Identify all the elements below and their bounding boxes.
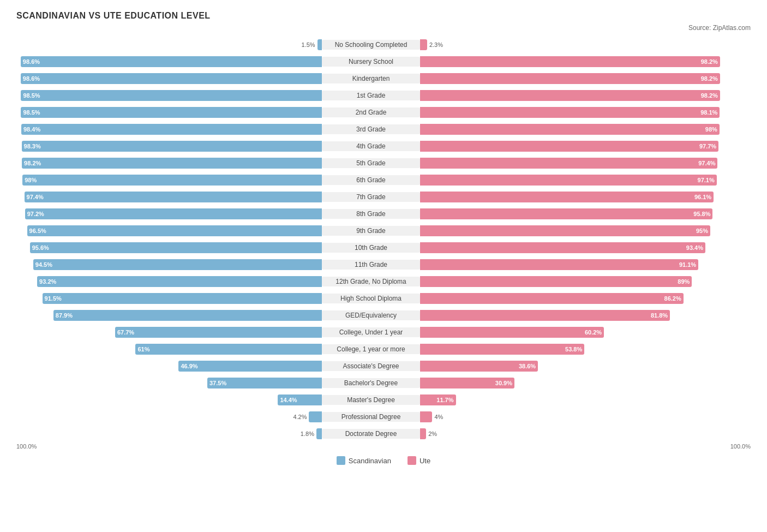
scandinavian-bar [316, 428, 322, 439]
row-label: Bachelor's Degree [322, 378, 420, 388]
left-bar-container: 98% [16, 172, 322, 188]
chart-row: 96.5%9th Grade95% [16, 223, 751, 238]
left-bar-container: 87.9% [16, 308, 322, 323]
right-bar-container: 97.1% [420, 172, 726, 188]
left-bar-container: 98.6% [16, 54, 322, 69]
scandinavian-bar: 96.5% [27, 225, 322, 236]
right-bar-container: 91.1% [420, 257, 726, 272]
right-bar-container: 95.8% [420, 206, 726, 222]
row-label: 9th Grade [322, 226, 420, 236]
chart-row: 87.9%GED/Equivalency81.8% [16, 308, 751, 323]
right-value-inside: 53.8% [565, 346, 582, 352]
left-bar-container: 1.5% [16, 37, 322, 52]
row-label: 11th Grade [322, 260, 420, 270]
scandinavian-label: Scandinavian [349, 457, 391, 465]
chart-row: 98.6%Kindergarten98.2% [16, 71, 751, 86]
source-label: Source: ZipAtlas.com [16, 24, 751, 32]
right-bar-container: 96.1% [420, 189, 726, 205]
left-value-inside: 98.4% [23, 126, 40, 133]
right-value-inside: 97.1% [698, 177, 715, 183]
scandinavian-swatch [337, 456, 345, 465]
scandinavian-bar: 67.7% [115, 327, 322, 338]
ute-label: Ute [420, 457, 430, 465]
left-value-inside: 97.2% [27, 211, 44, 217]
right-bar-container: 11.7% [420, 392, 726, 408]
ute-bar: 98.1% [420, 107, 720, 118]
left-value-inside: 98.2% [24, 160, 41, 166]
scandinavian-bar: 14.4% [278, 394, 322, 405]
left-bar-container: 98.6% [16, 71, 322, 86]
row-label: No Schooling Completed [322, 40, 420, 50]
chart-title: SCANDINAVIAN VS UTE EDUCATION LEVEL [16, 11, 751, 21]
chart-row: 61%College, 1 year or more53.8% [16, 342, 751, 357]
right-bar-container: 98% [420, 122, 726, 137]
row-label: Kindergarten [322, 74, 420, 83]
right-value-inside: 30.9% [495, 380, 512, 386]
chart-container: 1.5%No Schooling Completed2.3%98.6%Nurse… [16, 37, 751, 441]
chart-row: 98.2%5th Grade97.4% [16, 156, 751, 171]
right-bar-container: 95% [420, 223, 726, 238]
chart-row: 91.5%High School Diploma86.2% [16, 291, 751, 306]
right-bar-container: 86.2% [420, 291, 726, 306]
left-bar-container: 67.7% [16, 325, 322, 340]
right-bar-container: 38.6% [420, 358, 726, 374]
left-bar-container: 4.2% [16, 409, 322, 425]
chart-row: 1.8%Doctorate Degree2% [16, 426, 751, 441]
row-label: College, Under 1 year [322, 327, 420, 337]
chart-row: 98%6th Grade97.1% [16, 172, 751, 188]
ute-swatch [408, 456, 416, 465]
scandinavian-bar: 98.5% [21, 107, 322, 118]
scandinavian-bar: 87.9% [53, 310, 322, 321]
chart-row: 67.7%College, Under 1 year60.2% [16, 325, 751, 340]
row-label: 3rd Grade [322, 124, 420, 134]
chart-row: 94.5%11th Grade91.1% [16, 257, 751, 272]
ute-bar [420, 39, 427, 50]
legend-scandinavian: Scandinavian [337, 456, 391, 465]
bottom-left-label: 100.0% [16, 443, 334, 450]
chart-row: 46.9%Associate's Degree38.6% [16, 358, 751, 374]
chart-row: 95.6%10th Grade93.4% [16, 240, 751, 255]
right-bar-container: 98.2% [420, 54, 726, 69]
ute-bar: 97.7% [420, 141, 718, 152]
left-value-inside: 87.9% [56, 312, 73, 319]
ute-bar [420, 428, 426, 439]
chart-row: 93.2%12th Grade, No Diploma89% [16, 274, 751, 289]
row-label: Nursery School [322, 57, 420, 67]
left-bar-container: 98.5% [16, 105, 322, 120]
left-bar-container: 37.5% [16, 375, 322, 391]
right-value-inside: 91.1% [679, 261, 696, 268]
row-label: GED/Equivalency [322, 310, 420, 320]
scandinavian-bar: 46.9% [178, 361, 322, 372]
left-bar-container: 97.2% [16, 206, 322, 222]
scandinavian-bar [309, 411, 322, 422]
chart-row: 98.5%2nd Grade98.1% [16, 105, 751, 120]
right-value-inside: 98% [705, 126, 717, 133]
scandinavian-bar: 98.3% [22, 141, 322, 152]
ute-bar: 11.7% [420, 394, 456, 405]
right-value-outside: 2% [428, 431, 437, 437]
scandinavian-bar: 61% [135, 344, 322, 355]
ute-bar: 81.8% [420, 310, 670, 321]
right-bar-container: 93.4% [420, 240, 726, 255]
right-bar-container: 98.1% [420, 105, 726, 120]
left-value-inside: 98.6% [23, 58, 40, 65]
row-label: 5th Grade [322, 158, 420, 168]
ute-bar [420, 411, 432, 422]
left-value-inside: 98% [25, 177, 37, 183]
right-bar-container: 89% [420, 274, 726, 289]
left-value-inside: 94.5% [35, 261, 52, 268]
right-value-inside: 98.2% [701, 92, 718, 99]
right-bar-container: 2% [420, 426, 726, 441]
chart-row: 98.5%1st Grade98.2% [16, 88, 751, 103]
left-bar-container: 97.4% [16, 189, 322, 205]
scandinavian-bar: 37.5% [207, 378, 322, 388]
right-value-inside: 95% [696, 228, 708, 234]
row-label: 1st Grade [322, 91, 420, 100]
right-value-inside: 60.2% [585, 329, 602, 336]
left-value-inside: 98.3% [24, 143, 41, 150]
right-bar-container: 98.2% [420, 71, 726, 86]
left-bar-container: 98.5% [16, 88, 322, 103]
right-value-outside: 2.3% [429, 41, 443, 48]
left-value-outside: 1.5% [302, 41, 315, 48]
left-value-outside: 1.8% [301, 431, 314, 437]
